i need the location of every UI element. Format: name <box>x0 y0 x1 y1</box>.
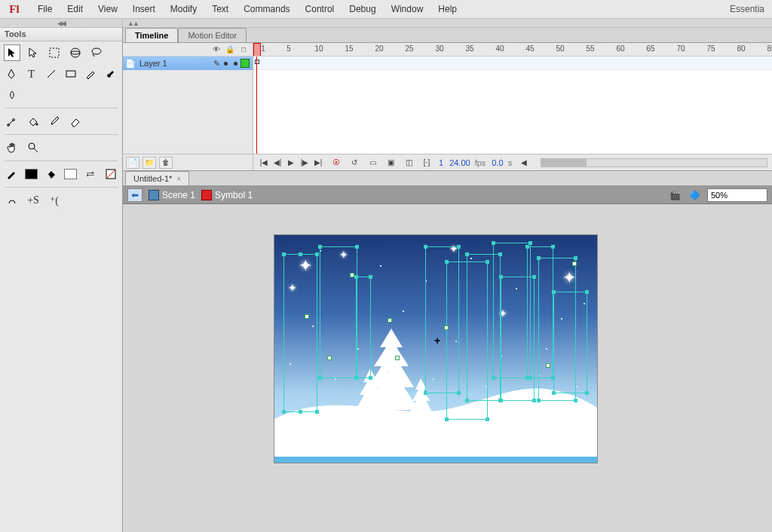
selection-box[interactable] <box>356 277 371 378</box>
collapse-tools-icon[interactable]: ◀◀ <box>57 20 65 27</box>
play-button[interactable]: ▶ <box>285 157 297 168</box>
goto-last-frame-button[interactable]: ▶| <box>312 157 324 168</box>
lock-column-icon[interactable]: 🔒 <box>225 45 234 54</box>
scroll-left-button[interactable]: ◀ <box>518 157 530 168</box>
tab-motion-editor[interactable]: Motion Editor <box>178 28 247 42</box>
ruler-tick: 75 <box>700 44 722 53</box>
timeline-ruler[interactable]: 1510152025303540455055606570758085 <box>253 43 772 57</box>
symbol-name: Symbol 1 <box>215 190 253 200</box>
new-layer-button[interactable]: 📄 <box>126 157 139 169</box>
breadcrumb-scene[interactable]: Scene 1 <box>149 190 195 200</box>
menu-debug[interactable]: Debug <box>342 1 383 17</box>
smooth-option-icon[interactable]: +S <box>26 193 41 208</box>
ruler-tick: 20 <box>368 44 391 53</box>
eraser-tool-icon[interactable] <box>68 114 83 129</box>
layer-lock-dot[interactable] <box>234 62 237 66</box>
workspace-switcher[interactable]: Essentia <box>725 1 769 17</box>
deco-tool-icon[interactable] <box>5 87 20 102</box>
subselection-tool-icon[interactable] <box>26 45 41 60</box>
fill-color-icon[interactable] <box>44 167 58 182</box>
snap-to-object-icon[interactable] <box>5 193 20 208</box>
menu-text[interactable]: Text <box>204 1 236 17</box>
close-document-icon[interactable]: × <box>176 175 181 183</box>
current-frame-value[interactable]: 1 <box>439 158 443 167</box>
stage-canvas[interactable]: ✦ ✦ ✦ ✦ ✦ ✦ <box>274 234 598 463</box>
lasso-tool-icon[interactable] <box>89 45 104 60</box>
layer-outline-color[interactable] <box>240 59 250 68</box>
document-tab[interactable]: Untitled-1* × <box>125 171 189 185</box>
layer-row[interactable]: 📄 Layer 1 ✎ <box>123 57 253 70</box>
edit-scene-icon[interactable]: 🎬 <box>668 188 682 202</box>
eyedropper-tool-icon[interactable] <box>47 114 62 129</box>
artwork-base-stripe <box>274 457 597 463</box>
fps-value[interactable]: 24.00 <box>449 158 470 167</box>
modify-markers-button[interactable]: [·] <box>421 157 433 168</box>
goto-first-frame-button[interactable]: |◀ <box>258 157 270 168</box>
zoom-tool-icon[interactable] <box>26 140 41 155</box>
pen-tool-icon[interactable] <box>5 66 18 81</box>
3d-rotation-tool-icon[interactable] <box>68 45 83 60</box>
center-frame-button[interactable]: ⦿ <box>330 157 342 168</box>
paint-bucket-tool-icon[interactable] <box>26 114 41 129</box>
document-tabs: Untitled-1* × <box>123 171 772 186</box>
fill-color-swatch[interactable] <box>64 169 77 179</box>
svg-point-7 <box>29 143 35 149</box>
menu-edit[interactable]: Edit <box>60 1 90 17</box>
tab-timeline[interactable]: Timeline <box>125 28 178 42</box>
onion-skin-button[interactable]: ▭ <box>366 157 378 168</box>
breadcrumb-symbol[interactable]: Symbol 1 <box>201 190 253 200</box>
rectangle-tool-icon[interactable] <box>64 66 78 81</box>
back-button[interactable]: ⬅ <box>127 188 142 202</box>
selection-tool-icon[interactable] <box>5 45 20 60</box>
timeline-panel: 👁 🔒 □ 📄 Layer 1 ✎ <box>123 43 772 171</box>
timeline-scrollbar[interactable] <box>541 158 767 167</box>
visibility-column-icon[interactable]: 👁 <box>212 45 221 54</box>
pencil-tool-icon[interactable] <box>84 66 97 81</box>
free-transform-tool-icon[interactable] <box>47 45 62 60</box>
outline-column-icon[interactable]: □ <box>239 45 248 54</box>
loop-button[interactable]: ↺ <box>348 157 360 168</box>
frames-row[interactable] <box>253 57 772 70</box>
selection-box[interactable] <box>283 254 317 412</box>
step-forward-button[interactable]: |▶ <box>299 157 311 168</box>
stroke-color-swatch[interactable] <box>25 169 38 179</box>
menu-view[interactable]: View <box>90 1 125 17</box>
onion-skin-outlines-button[interactable]: ▣ <box>384 157 397 168</box>
layer-visible-dot[interactable] <box>224 62 228 66</box>
new-folder-button[interactable]: 📁 <box>142 157 156 169</box>
menu-window[interactable]: Window <box>384 1 431 17</box>
text-tool-icon[interactable]: T <box>24 66 38 81</box>
keyframe-icon[interactable] <box>255 60 259 64</box>
ruler-tick: 5 <box>277 44 300 53</box>
stage-area[interactable]: ✦ ✦ ✦ ✦ ✦ ✦ <box>123 204 772 532</box>
tools-panel-title: Tools <box>0 28 122 41</box>
bone-tool-icon[interactable] <box>5 114 20 129</box>
menu-help[interactable]: Help <box>430 1 464 17</box>
elapsed-time-value[interactable]: 0.0 <box>492 158 503 167</box>
stroke-color-icon[interactable] <box>5 167 19 182</box>
line-tool-icon[interactable] <box>44 66 58 81</box>
hand-tool-icon[interactable] <box>5 140 20 155</box>
ruler-tick: 60 <box>609 44 632 53</box>
menu-insert[interactable]: Insert <box>125 1 163 17</box>
edit-multiple-frames-button[interactable]: ◫ <box>403 157 415 168</box>
zoom-level-input[interactable] <box>707 188 767 202</box>
timeline-frames-area[interactable]: 1510152025303540455055606570758085 |◀ ◀| <box>253 43 772 170</box>
menu-modify[interactable]: Modify <box>163 1 204 17</box>
collapse-timeline-icon[interactable]: ▲▲ <box>127 20 138 27</box>
swap-colors-icon[interactable]: ⮂ <box>83 167 97 182</box>
no-color-icon[interactable] <box>103 167 118 182</box>
brush-tool-icon[interactable] <box>104 66 118 81</box>
selection-box[interactable] <box>553 292 587 393</box>
step-back-button[interactable]: ◀| <box>271 157 283 168</box>
menu-file[interactable]: File <box>30 1 60 17</box>
menu-control[interactable]: Control <box>298 1 342 17</box>
edit-symbol-icon[interactable]: 🔷 <box>688 188 701 202</box>
symbol-icon <box>201 190 212 200</box>
selection-box[interactable] <box>320 246 357 378</box>
menu-commands[interactable]: Commands <box>236 1 297 17</box>
svg-rect-13 <box>419 423 423 431</box>
svg-point-6 <box>36 124 38 126</box>
delete-layer-button[interactable]: 🗑 <box>159 157 173 169</box>
straighten-option-icon[interactable]: ⁺( <box>47 193 62 208</box>
